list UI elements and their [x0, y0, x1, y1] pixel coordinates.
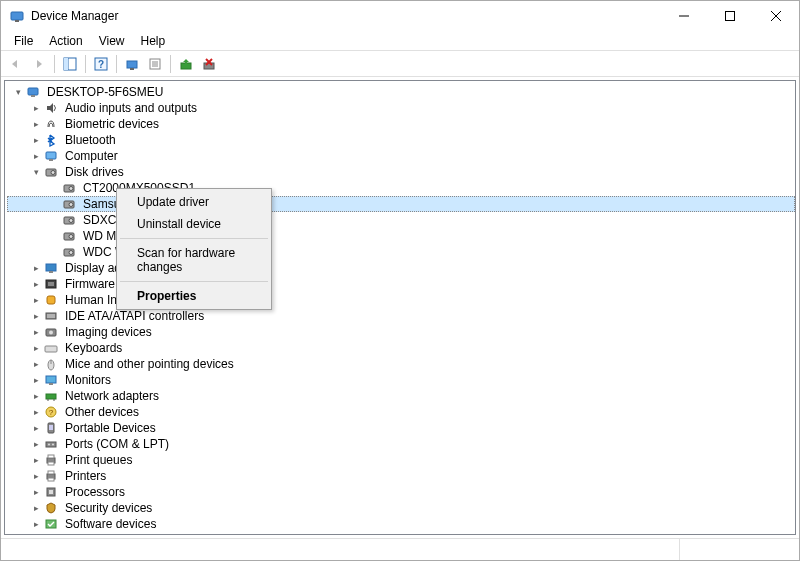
- expander-icon[interactable]: ▸: [29, 501, 43, 515]
- expander-icon[interactable]: ▸: [29, 101, 43, 115]
- tree-category[interactable]: ▸ Mice and other pointing devices: [7, 356, 795, 372]
- expander-icon[interactable]: ▾: [29, 165, 43, 179]
- svg-point-32: [69, 219, 73, 223]
- expander-icon[interactable]: ▸: [29, 117, 43, 131]
- tree-category[interactable]: ▸ ? Other devices: [7, 404, 795, 420]
- window-title: Device Manager: [31, 9, 661, 23]
- show-hide-tree-button[interactable]: [59, 53, 81, 75]
- context-menu-item[interactable]: Uninstall device: [119, 213, 269, 235]
- expander-icon[interactable]: ▾: [11, 85, 25, 99]
- tree-category[interactable]: ▸ Computer: [7, 148, 795, 164]
- audio-icon: [43, 100, 59, 116]
- expander-icon[interactable]: ▸: [29, 373, 43, 387]
- node-label: Monitors: [63, 372, 113, 388]
- tree-category[interactable]: ▾ Disk drives: [7, 164, 795, 180]
- tree-category[interactable]: ▸ Ports (COM & LPT): [7, 436, 795, 452]
- expander-icon[interactable]: ▸: [29, 389, 43, 403]
- svg-point-46: [49, 331, 53, 335]
- expander-icon[interactable]: ▸: [29, 437, 43, 451]
- tree-category[interactable]: ▸ IDE ATA/ATAPI controllers: [7, 308, 795, 324]
- pc-icon: [25, 84, 41, 100]
- expander-icon[interactable]: ▸: [29, 277, 43, 291]
- expander-icon[interactable]: ▸: [29, 485, 43, 499]
- toolbar-separator: [85, 55, 86, 73]
- node-label: Processors: [63, 484, 127, 500]
- svg-point-36: [69, 251, 73, 255]
- expander-icon[interactable]: ▸: [29, 133, 43, 147]
- tree-category[interactable]: ▸ Security devices: [7, 500, 795, 516]
- expander-icon[interactable]: ▸: [29, 149, 43, 163]
- svg-rect-53: [49, 383, 53, 385]
- tree-category[interactable]: ▸ Software devices: [7, 516, 795, 532]
- imaging-icon: [43, 324, 59, 340]
- expander-icon[interactable]: ▸: [29, 341, 43, 355]
- back-button: [5, 53, 27, 75]
- tree-category[interactable]: ▸ Printers: [7, 468, 795, 484]
- update-driver-button[interactable]: [175, 53, 197, 75]
- tree-category[interactable]: ▸ Monitors: [7, 372, 795, 388]
- expander-icon[interactable]: ▸: [29, 357, 43, 371]
- tree-category[interactable]: ▸ Bluetooth: [7, 132, 795, 148]
- expander-icon[interactable]: ▸: [29, 453, 43, 467]
- bluetooth-icon: [43, 132, 59, 148]
- printqueue-icon: [43, 452, 59, 468]
- svg-rect-40: [48, 282, 54, 286]
- tree-category[interactable]: ▸ Imaging devices: [7, 324, 795, 340]
- expander-icon[interactable]: ▸: [29, 261, 43, 275]
- expander-icon[interactable]: ▸: [29, 517, 43, 531]
- context-menu-item[interactable]: Properties: [119, 285, 269, 307]
- node-label: Imaging devices: [63, 324, 154, 340]
- context-menu-item[interactable]: Update driver: [119, 191, 269, 213]
- expander-icon[interactable]: ▸: [29, 309, 43, 323]
- menu-action[interactable]: Action: [42, 32, 89, 50]
- svg-rect-24: [49, 159, 53, 161]
- context-menu-item[interactable]: Scan for hardware changes: [119, 242, 269, 278]
- minimize-button[interactable]: [661, 1, 707, 31]
- svg-point-30: [69, 203, 73, 207]
- expander-icon[interactable]: ▸: [29, 405, 43, 419]
- expander-icon[interactable]: ▸: [29, 421, 43, 435]
- tree-root[interactable]: ▾ DESKTOP-5F6SMEU: [7, 84, 795, 100]
- node-label: Security devices: [63, 500, 154, 516]
- node-label: Other devices: [63, 404, 141, 420]
- properties-button[interactable]: [144, 53, 166, 75]
- tree-category[interactable]: ▸ Sound, video and game controllers: [7, 532, 795, 535]
- tree-category[interactable]: ▸ Print queues: [7, 452, 795, 468]
- help-button[interactable]: ?: [90, 53, 112, 75]
- tree-category[interactable]: ▸ Keyboards: [7, 340, 795, 356]
- menu-file[interactable]: File: [7, 32, 40, 50]
- maximize-button[interactable]: [707, 1, 753, 31]
- scan-hardware-button[interactable]: [121, 53, 143, 75]
- uninstall-device-button[interactable]: [198, 53, 220, 75]
- tree-category[interactable]: ▸ Processors: [7, 484, 795, 500]
- network-icon: [43, 388, 59, 404]
- svg-rect-54: [46, 394, 56, 399]
- tree-category[interactable]: ▸ Portable Devices: [7, 420, 795, 436]
- svg-text:?: ?: [98, 59, 104, 70]
- expander-icon[interactable]: ▸: [29, 469, 43, 483]
- svg-rect-12: [130, 68, 134, 70]
- svg-point-62: [48, 444, 50, 446]
- svg-rect-18: [204, 63, 214, 69]
- tree-category[interactable]: ▸ Biometric devices: [7, 116, 795, 132]
- tree-category[interactable]: ▸ Audio inputs and outputs: [7, 100, 795, 116]
- svg-rect-38: [49, 271, 53, 273]
- expander-icon[interactable]: ▸: [29, 325, 43, 339]
- device-tree-content[interactable]: ▾ DESKTOP-5F6SMEU ▸ Audio inputs and out…: [4, 80, 796, 535]
- tree-category[interactable]: ▸ Network adapters: [7, 388, 795, 404]
- svg-rect-3: [726, 12, 735, 21]
- disk-icon: [43, 164, 59, 180]
- device-manager-window: Device Manager File Action View Help ? ▾…: [0, 0, 800, 561]
- cpu-icon: [43, 484, 59, 500]
- close-button[interactable]: [753, 1, 799, 31]
- node-label: Mice and other pointing devices: [63, 356, 236, 372]
- keyboard-icon: [43, 340, 59, 356]
- menu-view[interactable]: View: [92, 32, 132, 50]
- expander-icon[interactable]: ▸: [29, 533, 43, 535]
- expander-icon[interactable]: ▸: [29, 293, 43, 307]
- portable-icon: [43, 420, 59, 436]
- status-cell: [679, 539, 799, 560]
- menu-help[interactable]: Help: [134, 32, 173, 50]
- context-menu-separator: [120, 238, 268, 239]
- node-label: Audio inputs and outputs: [63, 100, 199, 116]
